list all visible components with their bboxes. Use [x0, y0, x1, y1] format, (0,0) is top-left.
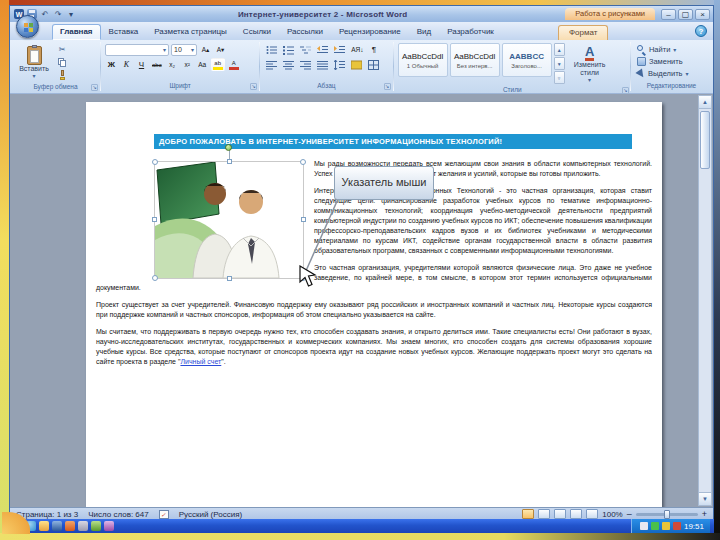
redo-icon[interactable]: ↷: [53, 9, 63, 19]
selected-clipart-image[interactable]: [154, 161, 304, 279]
show-marks-button[interactable]: ¶: [367, 43, 380, 56]
scroll-up-icon[interactable]: ▲: [699, 96, 711, 109]
tray-icon[interactable]: [640, 522, 648, 530]
undo-icon[interactable]: ↶: [40, 9, 50, 19]
vertical-scrollbar[interactable]: ▲ ▼: [698, 95, 712, 506]
resize-handle-sw[interactable]: [152, 275, 158, 281]
clipboard-dialog-launcher-icon[interactable]: ↘: [91, 84, 98, 91]
tab-insert[interactable]: Вставка: [101, 24, 147, 40]
zoom-in-icon[interactable]: +: [702, 510, 707, 519]
change-styles-button[interactable]: А Изменить стили ▾: [567, 43, 613, 84]
rotate-handle[interactable]: [225, 144, 232, 151]
resize-handle-n[interactable]: [227, 159, 232, 164]
styles-dialog-launcher-icon[interactable]: ↘: [622, 87, 629, 94]
tab-developer[interactable]: Разработчик: [439, 24, 502, 40]
tab-view[interactable]: Вид: [409, 24, 439, 40]
tab-references[interactable]: Ссылки: [235, 24, 279, 40]
italic-button[interactable]: К: [120, 58, 133, 71]
document-page[interactable]: ДОБРО ПОЖАЛОВАТЬ В ИНТЕРНЕТ-УНИВЕРСИТЕТ …: [86, 102, 662, 507]
paragraph[interactable]: Мы считаем, что поддерживать в первую оч…: [96, 327, 652, 367]
style-no-spacing[interactable]: AaBbCcDdl Без интерв...: [450, 43, 500, 77]
align-center-button[interactable]: [281, 58, 296, 71]
paste-dropdown-icon[interactable]: ▾: [32, 72, 35, 79]
bullets-button[interactable]: [264, 43, 279, 56]
style-normal[interactable]: AaBbCcDdl 1 Обычный: [398, 43, 448, 77]
my-computer-icon[interactable]: [78, 521, 88, 531]
help-icon[interactable]: ?: [695, 25, 707, 37]
tab-review[interactable]: Рецензирование: [331, 24, 409, 40]
media-player-icon[interactable]: [65, 521, 75, 531]
tab-page-layout[interactable]: Разметка страницы: [146, 24, 235, 40]
font-name-combo[interactable]: ▾: [105, 44, 169, 56]
shrink-font-button[interactable]: А▾: [214, 43, 227, 56]
minimize-button[interactable]: –: [661, 9, 676, 20]
decrease-indent-button[interactable]: [315, 43, 330, 56]
qat-dropdown-icon[interactable]: ▾: [66, 9, 76, 19]
multilevel-list-button[interactable]: [298, 43, 313, 56]
copy-button[interactable]: [55, 56, 69, 68]
find-button[interactable]: Найти ▾: [635, 44, 708, 55]
maximize-button[interactable]: ▢: [678, 9, 693, 20]
close-button[interactable]: ×: [695, 9, 710, 20]
subscript-button[interactable]: x₂: [166, 58, 179, 71]
borders-button[interactable]: [366, 58, 381, 71]
view-print-layout-button[interactable]: [522, 509, 534, 519]
paste-button[interactable]: Вставить ▾: [15, 43, 53, 81]
zoom-slider[interactable]: [636, 513, 698, 516]
app-icon[interactable]: [91, 521, 101, 531]
zoom-out-icon[interactable]: –: [627, 510, 632, 519]
word-taskbar-icon[interactable]: [52, 521, 62, 531]
paragraph-dialog-launcher-icon[interactable]: ↘: [384, 83, 391, 90]
tray-shield-icon[interactable]: [651, 522, 659, 530]
view-outline-button[interactable]: [570, 509, 582, 519]
styles-scroll-up-icon[interactable]: ▲: [554, 43, 565, 56]
underline-button[interactable]: Ч: [135, 58, 148, 71]
folder-icon[interactable]: [39, 521, 49, 531]
personal-account-link[interactable]: Личный счет: [180, 358, 221, 365]
line-spacing-button[interactable]: [332, 58, 347, 71]
shading-button[interactable]: [349, 58, 364, 71]
sort-button[interactable]: АЯ↓: [349, 43, 365, 56]
view-draft-button[interactable]: [586, 509, 598, 519]
font-size-combo[interactable]: 10▾: [171, 44, 197, 56]
scrollbar-thumb[interactable]: [700, 111, 710, 169]
bold-button[interactable]: Ж: [105, 58, 118, 71]
styles-gallery-open-icon[interactable]: ▿: [554, 71, 565, 84]
resize-handle-w[interactable]: [152, 217, 157, 222]
change-styles-dropdown-icon[interactable]: ▾: [588, 77, 591, 84]
grow-font-button[interactable]: А▴: [199, 43, 212, 56]
zoom-slider-thumb[interactable]: [664, 510, 670, 519]
styles-scroll-down-icon[interactable]: ▼: [554, 57, 565, 70]
resize-handle-s[interactable]: [227, 276, 232, 281]
font-name-dropdown-icon[interactable]: ▾: [163, 46, 166, 53]
align-right-button[interactable]: [298, 58, 313, 71]
superscript-button[interactable]: x²: [181, 58, 194, 71]
tray-icon[interactable]: [662, 522, 670, 530]
align-left-button[interactable]: [264, 58, 279, 71]
font-dialog-launcher-icon[interactable]: ↘: [250, 83, 257, 90]
office-button[interactable]: [16, 15, 39, 38]
font-color-button[interactable]: А: [227, 58, 241, 71]
format-painter-button[interactable]: [55, 69, 69, 81]
select-button[interactable]: Выделить ▾: [635, 68, 708, 79]
app-icon[interactable]: [104, 521, 114, 531]
tab-mailings[interactable]: Рассылки: [279, 24, 331, 40]
paragraph[interactable]: Проект существует за счет учредителей. Ф…: [96, 300, 652, 320]
highlight-color-button[interactable]: ab: [211, 58, 225, 71]
zoom-level[interactable]: 100%: [602, 510, 622, 519]
taskbar-clock[interactable]: 19:51: [684, 522, 704, 531]
font-size-dropdown-icon[interactable]: ▾: [191, 46, 194, 53]
resize-handle-e[interactable]: [301, 217, 306, 222]
tab-home[interactable]: Главная: [52, 24, 101, 40]
mouse-pointer-callout[interactable]: Указатель мыши: [334, 166, 434, 200]
change-case-button[interactable]: Aa: [196, 58, 209, 71]
page-indicator[interactable]: Страница: 1 из 3: [16, 510, 78, 519]
view-web-button[interactable]: [554, 509, 566, 519]
strikethrough-button[interactable]: abc: [150, 58, 164, 71]
resize-handle-se[interactable]: [300, 275, 306, 281]
replace-button[interactable]: Заменить: [635, 56, 708, 67]
justify-button[interactable]: [315, 58, 330, 71]
spellcheck-icon[interactable]: ✓: [159, 510, 169, 519]
numbering-button[interactable]: [281, 43, 296, 56]
view-fullscreen-button[interactable]: [538, 509, 550, 519]
